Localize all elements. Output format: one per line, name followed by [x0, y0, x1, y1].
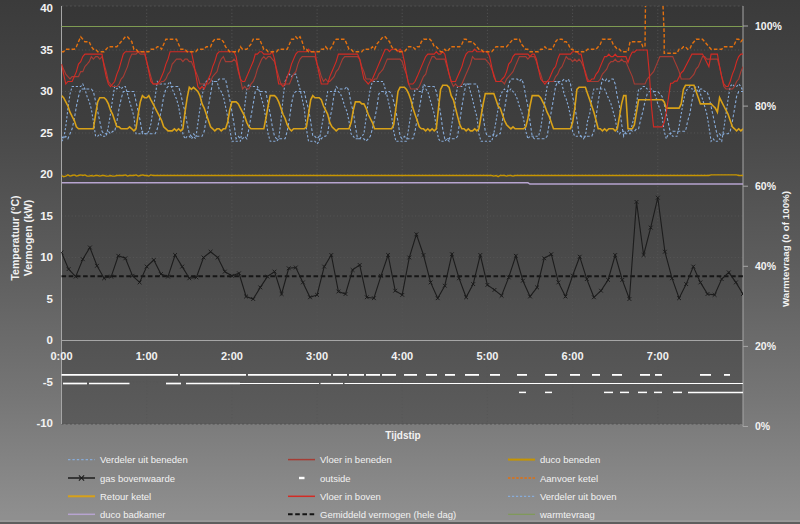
- svg-text:Retour ketel: Retour ketel: [100, 491, 151, 502]
- svg-text:40%: 40%: [755, 260, 777, 272]
- svg-text:Vloer in boven: Vloer in boven: [320, 491, 381, 502]
- svg-text:Vermogen (kW): Vermogen (kW): [22, 200, 34, 276]
- svg-text:20%: 20%: [755, 340, 777, 352]
- svg-text:Temperatuur (°C): Temperatuur (°C): [9, 195, 21, 280]
- svg-text:duco badkamer: duco badkamer: [100, 509, 165, 520]
- svg-text:20: 20: [40, 168, 53, 180]
- svg-text:80%: 80%: [755, 100, 777, 112]
- svg-text:6:00: 6:00: [562, 350, 584, 362]
- svg-text:7:00: 7:00: [647, 350, 669, 362]
- svg-text:Verdeler uit beneden: Verdeler uit beneden: [100, 454, 188, 465]
- svg-text:gas bovenwaarde: gas bovenwaarde: [100, 473, 175, 484]
- svg-text:3:00: 3:00: [306, 350, 328, 362]
- svg-text:Tijdstip: Tijdstip: [385, 430, 420, 441]
- svg-text:-10: -10: [36, 417, 53, 429]
- svg-text:Vloer in beneden: Vloer in beneden: [320, 454, 392, 465]
- svg-text:4:00: 4:00: [391, 350, 413, 362]
- svg-text:-5: -5: [43, 376, 54, 388]
- svg-text:100%: 100%: [755, 20, 783, 32]
- svg-text:duco beneden: duco beneden: [540, 454, 600, 465]
- svg-text:Gemiddeld vermogen (hele dag): Gemiddeld vermogen (hele dag): [320, 509, 456, 520]
- svg-text:5: 5: [47, 293, 54, 305]
- svg-text:Aanvoer ketel: Aanvoer ketel: [540, 473, 598, 484]
- svg-text:Verdeler uit boven: Verdeler uit boven: [540, 491, 617, 502]
- svg-text:10: 10: [40, 251, 53, 263]
- svg-text:2:00: 2:00: [221, 350, 243, 362]
- svg-text:outside: outside: [320, 473, 351, 484]
- svg-text:5:00: 5:00: [476, 350, 498, 362]
- svg-text:0: 0: [47, 334, 53, 346]
- svg-text:30: 30: [40, 85, 53, 97]
- svg-text:Warmtevraag (0 of 100%): Warmtevraag (0 of 100%): [780, 191, 791, 307]
- svg-text:0:00: 0:00: [50, 350, 72, 362]
- svg-text:25: 25: [40, 127, 53, 139]
- svg-text:40: 40: [40, 2, 53, 14]
- svg-text:35: 35: [40, 44, 53, 56]
- svg-text:warmtevraag: warmtevraag: [539, 509, 595, 520]
- svg-text:60%: 60%: [755, 180, 777, 192]
- svg-text:1:00: 1:00: [136, 350, 158, 362]
- svg-text:0%: 0%: [755, 420, 771, 432]
- svg-text:15: 15: [40, 210, 53, 222]
